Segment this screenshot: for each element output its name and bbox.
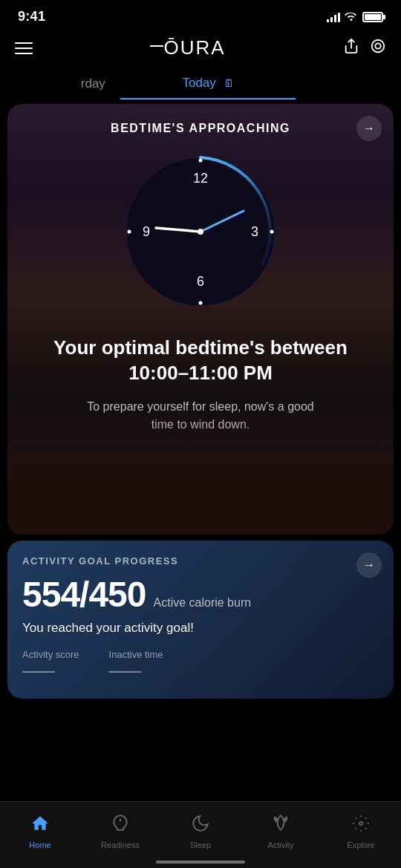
stat-inactive-label: Inactive time	[109, 649, 163, 660]
stat-activity-label: Activity score	[22, 649, 79, 660]
bedtime-card-inner: → BEDTIME'S APPROACHING	[7, 104, 394, 456]
svg-line-21	[355, 818, 356, 819]
bottom-nav: Home Readiness Sleep Activity	[0, 801, 401, 868]
status-icons	[327, 10, 383, 23]
activity-calories: 554/450 Active calorie burn	[22, 574, 379, 615]
home-label: Home	[29, 841, 50, 849]
date-tabs: rday Today 🗓	[0, 67, 401, 99]
svg-text:12: 12	[193, 171, 208, 186]
svg-point-16	[359, 821, 362, 824]
nav-item-explore[interactable]: Explore	[321, 802, 401, 853]
battery-icon	[362, 12, 383, 22]
bedtime-arrow-button[interactable]: →	[356, 116, 382, 141]
ring-icon[interactable]	[370, 38, 386, 58]
activity-arrow-button[interactable]: →	[356, 552, 382, 578]
app-logo: ŌURA	[150, 36, 225, 59]
explore-icon	[351, 814, 371, 838]
sleep-icon	[191, 814, 210, 838]
activity-label: Activity	[268, 841, 294, 849]
home-indicator	[156, 861, 245, 864]
activity-goal-text: You reached your activity goal!	[22, 621, 379, 636]
svg-point-1	[372, 40, 385, 53]
svg-text:6: 6	[197, 274, 204, 289]
readiness-label: Readiness	[101, 841, 140, 849]
svg-point-5	[270, 230, 274, 234]
activity-heading: ACTIVITY GOAL PROGRESS	[22, 555, 379, 567]
svg-line-24	[355, 828, 356, 829]
svg-point-7	[128, 230, 131, 234]
calories-unit: Active calorie burn	[154, 596, 252, 610]
status-time: 9:41	[18, 9, 45, 25]
svg-point-14	[198, 229, 203, 235]
sleep-label: Sleep	[190, 841, 211, 849]
bedtime-title: Your optimal bedtime's between 10:00–11:…	[22, 336, 379, 386]
clock-container: 12 3 6 9	[119, 150, 282, 313]
status-bar: 9:41	[0, 0, 401, 29]
nav-item-readiness[interactable]: Readiness	[80, 802, 160, 853]
menu-button[interactable]	[15, 42, 33, 54]
share-icon[interactable]	[343, 38, 359, 58]
svg-text:3: 3	[251, 224, 258, 239]
nav-item-activity[interactable]: Activity	[241, 802, 321, 853]
activity-card[interactable]: → ACTIVITY GOAL PROGRESS 554/450 Active …	[7, 541, 394, 699]
home-icon	[30, 814, 50, 838]
wifi-icon	[345, 10, 358, 23]
svg-line-22	[365, 828, 367, 829]
svg-point-6	[199, 301, 203, 305]
svg-text:9: 9	[143, 224, 150, 239]
nav-item-sleep[interactable]: Sleep	[160, 802, 241, 853]
activity-icon	[271, 814, 290, 838]
signal-icon	[327, 12, 340, 22]
calendar-icon: 🗓	[224, 77, 234, 89]
stat-inactive-value: ——	[109, 662, 163, 681]
bedtime-card: → BEDTIME'S APPROACHING	[7, 104, 394, 535]
svg-point-4	[199, 159, 203, 163]
stat-inactive-time: Inactive time ——	[109, 649, 163, 681]
top-nav: ŌURA	[0, 29, 401, 67]
bedtime-heading: BEDTIME'S APPROACHING	[22, 122, 379, 135]
stat-activity-score: Activity score ——	[22, 649, 79, 681]
svg-point-2	[375, 43, 380, 48]
readiness-icon	[111, 814, 130, 838]
nav-right-icons	[343, 38, 386, 58]
bedtime-subtitle: To prepare yourself for sleep, now's a g…	[82, 398, 319, 434]
prev-day-tab[interactable]: rday	[0, 71, 120, 99]
svg-line-23	[365, 818, 367, 819]
explore-label: Explore	[347, 841, 374, 849]
activity-stats: Activity score —— Inactive time ——	[22, 649, 379, 681]
clock-svg: 12 3 6 9	[119, 150, 282, 313]
main-content: → BEDTIME'S APPROACHING	[0, 104, 401, 779]
nav-item-home[interactable]: Home	[0, 802, 80, 853]
stat-activity-value: ——	[22, 662, 79, 681]
calories-value: 554/450	[22, 574, 146, 615]
today-tab[interactable]: Today 🗓	[120, 70, 296, 99]
